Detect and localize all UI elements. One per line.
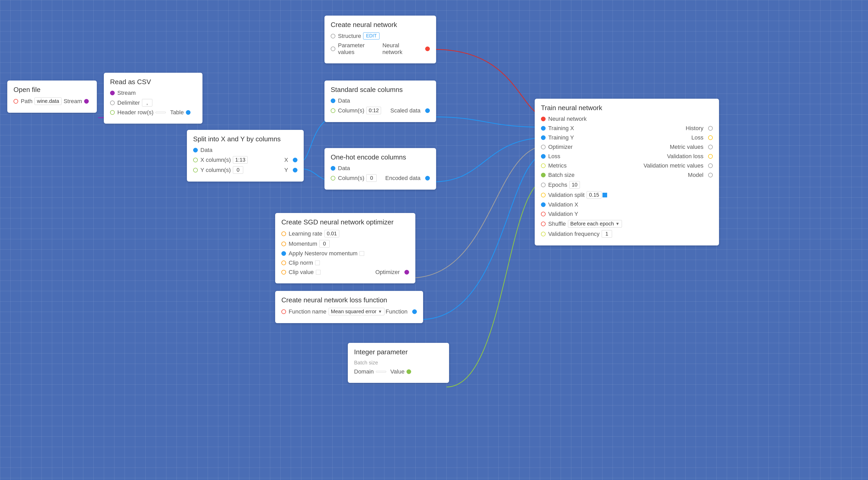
xcol-port[interactable] [193,158,198,162]
scaled-label: Scaled data [391,107,421,114]
delimiter-value[interactable]: , [142,99,152,107]
train-valx-row: Validation X [541,201,713,208]
scaled-port-right[interactable] [425,108,430,113]
history-label: History [686,125,704,132]
xcol-row: X column(s) 1:13 X [193,156,298,163]
train-valfreq-port[interactable] [541,232,546,236]
model-port-right[interactable] [708,173,713,177]
train-valsplit-row: Validation split 0.15 [541,191,713,199]
scale-columns-port[interactable] [331,108,335,113]
one-hot-title: One-hot encode columns [331,153,430,161]
one-hot-columns-value[interactable]: 0 [366,174,377,182]
lr-row: Learning rate 0.01 [281,230,409,237]
param-row: Parameter values Neural network [331,42,430,56]
path-port-left[interactable] [13,99,18,103]
xcol-value[interactable]: 1:13 [233,156,248,163]
integer-param-title: Integer parameter [354,348,443,356]
train-loss-label: Loss [548,153,560,160]
clipval-checkbox[interactable] [316,270,320,274]
ycol-port[interactable] [193,168,198,173]
table-port-right[interactable] [186,110,190,115]
nesterov-checkbox[interactable] [360,251,364,256]
train-epochs-value[interactable]: 10 [569,181,580,188]
one-hot-node: One-hot encode columns Data Column(s) 0 … [324,148,436,190]
optimizer-port-right[interactable] [404,270,409,274]
nesterov-port[interactable] [281,251,286,256]
neural-port-right[interactable] [425,47,430,51]
train-epochs-port[interactable] [541,183,546,187]
train-valsplit-value[interactable]: 0.15 [587,191,601,199]
y-port-right[interactable] [293,168,298,173]
one-hot-data-in-port[interactable] [331,166,335,171]
lr-port[interactable] [281,232,286,236]
param-port[interactable] [331,47,335,51]
train-y-port[interactable] [541,135,546,140]
momentum-value[interactable]: 0 [319,240,330,247]
train-loss-port[interactable] [541,154,546,159]
train-shuffle-port[interactable] [541,221,546,226]
loss-fn-node: Create neural network loss function Func… [275,291,423,323]
encoded-port-right[interactable] [425,176,430,181]
stream-port-right[interactable] [84,99,89,103]
ycol-value[interactable]: 0 [233,166,243,174]
clipval-port[interactable] [281,270,286,274]
train-valsplit-port[interactable] [541,193,546,198]
split-xy-node: Split into X and Y by columns Data X col… [187,130,304,182]
header-value[interactable] [155,112,166,113]
train-loss-row: Loss Validation loss [541,153,713,160]
batch-size-subtitle: Batch size [354,360,378,366]
fn-value: Mean squared error [331,308,377,314]
valsplit-checkbox[interactable] [602,193,607,198]
train-metrics-port[interactable] [541,163,546,168]
clipnorm-port[interactable] [281,261,286,265]
data-label: Data [200,147,212,153]
train-neural-port[interactable] [541,117,546,121]
clipnorm-checkbox[interactable] [315,261,320,265]
domain-value[interactable] [376,371,386,372]
delimiter-port[interactable] [110,100,115,105]
stream-label: Stream [117,90,136,96]
function-port-right[interactable] [412,309,417,314]
history-port-right[interactable] [708,126,713,131]
train-optimizer-row: Optimizer Metric values [541,144,713,150]
train-valy-port[interactable] [541,212,546,216]
fn-select[interactable]: Mean squared error ▼ [329,308,385,315]
header-port[interactable] [110,110,115,115]
metric-values-port-right[interactable] [708,145,713,149]
train-x-port[interactable] [541,126,546,131]
x-port-right[interactable] [293,158,298,162]
train-valx-port[interactable] [541,202,546,207]
stream-in-port[interactable] [110,91,115,95]
domain-row: Domain Value [354,368,443,375]
shuffle-select[interactable]: Before each epoch ▼ [568,220,622,228]
standard-scale-title: Standard scale columns [331,86,430,94]
fn-port[interactable] [281,309,286,314]
structure-row: Structure EDIT [331,32,430,39]
value-port-right[interactable] [406,369,411,374]
train-y-label: Training Y [548,134,574,141]
data-in-port[interactable] [193,148,198,152]
momentum-port[interactable] [281,242,286,246]
scale-columns-value[interactable]: 0:12 [366,107,381,114]
create-nn-title: Create neural network [331,21,430,29]
one-hot-columns-port[interactable] [331,176,335,181]
ycol-row: Y column(s) 0 Y [193,166,298,174]
shuffle-arrow-icon: ▼ [615,221,620,226]
validation-metric-port-right[interactable] [708,163,713,168]
structure-port[interactable] [331,34,335,38]
scale-data-in-port[interactable] [331,98,335,103]
validation-loss-port-right[interactable] [708,154,713,159]
structure-label: Structure [338,33,361,39]
loss-out-port-right[interactable] [708,135,713,140]
lr-label: Learning rate [289,230,322,237]
train-batch-port[interactable] [541,173,546,177]
path-value[interactable]: wine.data [34,97,62,105]
train-optimizer-label: Optimizer [548,144,572,150]
train-valfreq-value[interactable]: 1 [602,230,612,238]
metric-values-label: Metric values [670,144,704,150]
edit-button[interactable]: EDIT [363,32,379,39]
lr-value[interactable]: 0.01 [324,230,339,237]
train-x-label: Training X [548,125,574,132]
train-optimizer-port[interactable] [541,145,546,149]
model-label: Model [688,172,704,178]
